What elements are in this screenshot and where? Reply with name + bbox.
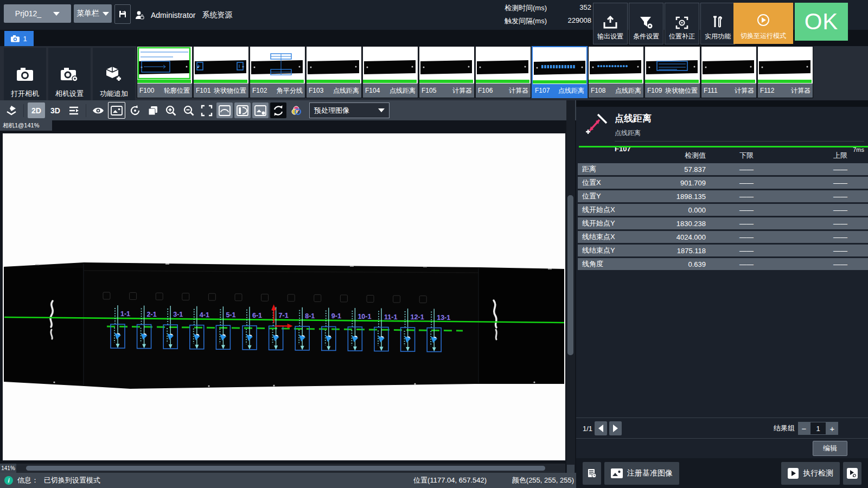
function-thumb-image [758,47,813,84]
function-thumb-F111[interactable]: F111 计算器 [701,46,757,98]
divider [86,104,86,117]
run-inspection-button[interactable]: 执行检测 [781,462,840,485]
horizontal-scroll-thumb[interactable] [26,466,545,471]
result-upper-limit: —— [776,233,868,241]
eye-icon[interactable] [90,102,106,118]
image-viewport[interactable]: 1-12-13-14-15-16-17-18-19-110-111-112-11… [3,133,565,460]
result-row[interactable]: 线结束点Y 1875.118 —— —— [578,245,868,256]
copy-icon[interactable] [145,102,161,118]
system-resource-link[interactable]: 系统资源 [202,10,232,20]
function-thumb-image [307,47,361,84]
result-lower-limit: —— [706,179,776,187]
result-row[interactable]: 距离 57.837 —— —— [578,163,868,175]
result-row[interactable]: 线开始点Y 1830.238 —— —— [578,217,868,229]
function-thumb-F107[interactable]: F107 点线距离 [532,46,588,98]
group-increment-button[interactable]: + [826,422,838,435]
zoom-in-icon[interactable] [163,102,179,118]
register-reference-image-button[interactable]: 注册基准图像 [604,462,679,485]
action-button-1[interactable]: 输出设置 [593,3,628,44]
function-thumb-image [701,47,756,84]
result-row[interactable]: 位置Y 1898.135 —— —— [578,190,868,202]
panel-scroll-thumb[interactable] [567,195,573,355]
result-list-button[interactable] [583,462,601,485]
save-icon [118,10,127,18]
zoom-level-text: 141% [1,465,15,471]
display-left-icon[interactable] [234,102,251,118]
group-decrement-button[interactable]: − [798,422,810,435]
function-name: 块状物位置 [214,86,246,95]
mode-3d-button[interactable]: 3D [47,102,64,118]
function-thumb-F101[interactable]: F101 块状物位置 [193,46,249,98]
result-upper-limit: —— [776,192,868,201]
result-row[interactable]: 线角度 0.639 —— —— [578,258,868,270]
function-thumb-F102[interactable]: F102 角平分线 [250,46,305,98]
action-button-2[interactable]: 条件设置 [629,3,663,44]
tool-tile-label: 打开相机 [11,89,39,99]
result-lower-limit: —— [706,192,776,201]
trigger-interval-label: 触发间隔(ms) [505,16,547,26]
result-value: 0.639 [659,260,706,268]
vision-inspection-app: Prj012_ 菜单栏 Administrator 系统资源 检测时间(ms) … [0,0,868,488]
color-channels-icon[interactable] [288,102,304,118]
function-thumb-F108[interactable]: F108 点线距离 [588,46,644,98]
menu-bar-button[interactable]: 菜单栏 [74,4,112,23]
result-lower-limit: —— [706,247,776,255]
function-thumbnails: F100 轮廓位置 F101 块状物位置 [137,46,868,100]
result-list-icon [586,468,597,479]
svg-text:12-1: 12-1 [411,313,424,321]
function-thumb-F104[interactable]: F104 点线距离 [362,46,418,98]
function-thumb-label: F111 计算器 [701,84,756,98]
rotate-lock-icon[interactable] [127,102,143,118]
result-row[interactable]: 位置X 901.709 —— —— [578,177,868,189]
project-select[interactable]: Prj012_ [4,4,71,23]
tool-tile-1[interactable]: 打开相机 [4,48,46,103]
result-row[interactable]: 线结束点X 4024.000 —— —— [578,231,868,243]
tool-tile-2[interactable]: 相机设置 [48,48,91,103]
info-icon: i [4,476,13,485]
action-button-4[interactable]: 实用功能 [700,3,735,44]
continuous-run-button[interactable] [843,462,861,485]
action-button-3[interactable]: 位置补正 [665,3,699,44]
function-thumb-image [419,47,474,84]
prev-page-button[interactable] [595,421,607,435]
function-thumb-F103[interactable]: F103 点线距离 [306,46,362,98]
zoom-out-icon[interactable] [181,102,197,118]
topbar-actions: 输出设置 条件设置 位置补正 实用功能 [593,3,735,41]
edit-button[interactable]: 编辑 [813,441,847,456]
group-value[interactable]: 1 [810,422,826,435]
horizontal-scrollbar[interactable]: 141% [0,464,565,473]
function-thumb-F105[interactable]: F105 计算器 [419,46,475,98]
function-thumb-F100[interactable]: F100 轮廓位置 [137,46,193,98]
project-name: Prj012_ [15,9,41,18]
next-page-button[interactable] [609,421,622,435]
svg-text:5-1: 5-1 [226,311,235,319]
display-corner-icon[interactable] [252,102,269,118]
function-thumb-label: F108 点线距离 [589,84,643,98]
layers-icon[interactable] [3,102,20,118]
save-button[interactable] [114,4,131,24]
camera-tab-1[interactable]: 1 [4,31,34,48]
mode-2d-button[interactable]: 2D [28,102,45,118]
switch-run-mode-button[interactable]: 切换至运行模式 [733,3,793,44]
refresh-icon[interactable] [270,102,286,118]
function-name: 计算器 [735,86,754,95]
display-bottom-icon[interactable] [216,102,233,118]
image-icon[interactable] [108,102,125,119]
list-icon[interactable] [66,102,82,118]
tool-tile-3[interactable]: 功能追加 [93,48,135,103]
function-thumb-image [533,47,586,84]
ok-status[interactable]: OK [795,3,848,41]
function-thumb-F106[interactable]: F106 计算器 [475,46,531,98]
function-thumb-F112[interactable]: F112 计算器 [757,46,813,98]
run-inspection-label: 执行检测 [803,468,833,478]
action-label: 实用功能 [705,32,731,41]
svg-text:8-1: 8-1 [305,312,315,320]
divider [23,104,24,117]
function-name: 计算器 [509,86,528,95]
result-row[interactable]: 线开始点X 0.000 —— —— [578,204,868,216]
result-pagination: 1/1 结果组 − 1 + [576,421,868,436]
result-table: 检测值 下限 上限距离 57.837 —— ——位置X 901.709 —— —… [578,150,868,272]
fit-screen-icon[interactable] [199,102,215,118]
preprocess-image-dropdown[interactable]: 预处理图像 [309,102,390,118]
function-thumb-F109[interactable]: F109 块状物位置 [644,46,700,98]
